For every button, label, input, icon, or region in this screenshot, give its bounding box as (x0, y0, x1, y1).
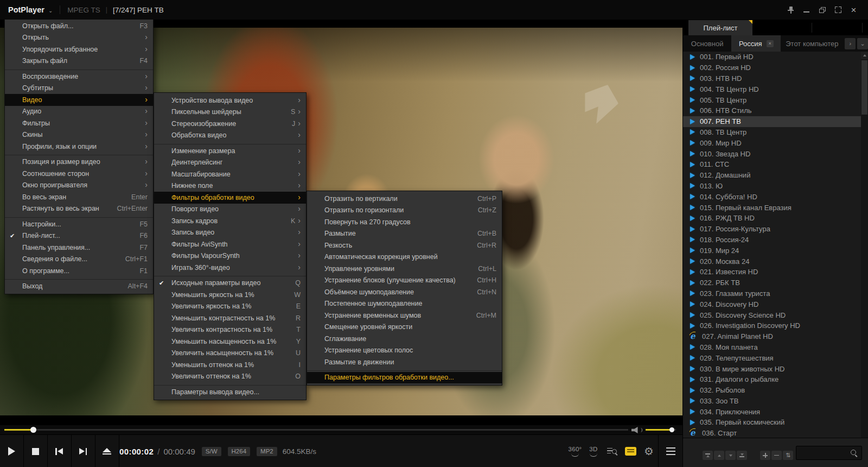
view-3d-button[interactable]: 3D (584, 435, 603, 467)
playlist-item[interactable]: e 029. Телепутешествия (683, 352, 861, 363)
playlist-item[interactable]: e 017. Россия-Культура (683, 224, 861, 235)
playlist-item[interactable]: e 011. СТС (683, 159, 861, 170)
volume-slider[interactable] (646, 429, 676, 431)
tab-playlist[interactable]: Плей-лист (688, 20, 752, 35)
menu-item[interactable]: Сведения о файле... Ctrl+F1 (5, 254, 153, 266)
menu-item[interactable]: Постепенное шумоподавление (307, 298, 502, 310)
playlist-item[interactable]: e 022. РБК ТВ (683, 277, 861, 288)
menu-item[interactable]: Параметры вывода видео... (154, 386, 306, 398)
seek-thumb[interactable] (30, 427, 36, 433)
menu-item[interactable]: Резкость Ctrl+R (307, 239, 502, 251)
move-down-button[interactable] (725, 451, 736, 460)
menu-item[interactable]: Масштабирование › (154, 168, 306, 180)
playlist-item[interactable]: e 031. Диалоги о рыбалке (683, 374, 861, 385)
seek-bar[interactable] (4, 429, 628, 431)
view-360-button[interactable]: 360° (566, 435, 584, 467)
playlist-item[interactable]: e 016. РЖД ТВ HD (683, 213, 861, 224)
next-button[interactable] (72, 435, 94, 467)
playlist-item[interactable]: e 008. ТВ Центр (683, 127, 861, 138)
playlist-item[interactable]: e 028. Моя планета (683, 342, 861, 353)
menu-item[interactable]: Фильтры › (5, 117, 153, 129)
menu-item[interactable]: Скины › (5, 129, 153, 141)
playlist-item[interactable]: e 036. Старт (683, 428, 861, 438)
app-menu-button[interactable]: PotPlayer ⌄ (8, 5, 53, 14)
menu-item[interactable]: Уменьшить насыщенность на 1% Y (154, 336, 306, 348)
playlist-item[interactable]: e 021. Известия HD (683, 267, 861, 277)
menu-item[interactable]: Воспроизведение › (5, 71, 153, 83)
stop-button[interactable] (24, 435, 47, 467)
menu-item[interactable]: Уменьшить контрастность на 1% R (154, 312, 306, 324)
menu-item[interactable]: Обработка видео › (154, 130, 306, 142)
tab-russia[interactable]: Россия × (731, 35, 781, 52)
menu-item[interactable]: Увеличить контрастность на 1% T (154, 324, 306, 336)
tab-close-icon[interactable]: × (767, 40, 774, 47)
playlist-item[interactable]: e 020. Москва 24 (683, 256, 861, 267)
menu-item[interactable] (154, 141, 306, 145)
pin-button[interactable] (783, 3, 799, 17)
playlist-item[interactable]: e 002. Россия HD (683, 62, 861, 73)
menu-item[interactable]: Во весь экран Enter (5, 191, 153, 203)
menu-item[interactable]: Размытие в движении (307, 356, 502, 368)
menu-item[interactable]: Сглаживание (307, 333, 502, 345)
menu-item[interactable]: Смещение уровней яркости (307, 321, 502, 333)
menu-item[interactable]: Управление уровнями Ctrl+L (307, 263, 502, 275)
menu-item[interactable]: Отразить по вертикали Ctrl+P (307, 193, 502, 205)
menu-item[interactable]: Устранение блоков (улучшение качества) C… (307, 275, 502, 287)
menu-item[interactable]: Пиксельные шейдеры S › (154, 106, 306, 118)
menu-item[interactable]: Уменьшить яркость на 1% W (154, 289, 306, 301)
playlist-item[interactable]: e 035. Первый космический (683, 417, 861, 428)
fullscreen-button[interactable] (830, 3, 846, 17)
menu-item[interactable]: Упорядочить избранное › (5, 43, 153, 55)
add-item-button[interactable] (760, 451, 770, 460)
volume-thumb[interactable] (669, 427, 674, 432)
playlist-item[interactable]: e 003. НТВ HD (683, 73, 861, 84)
playlist-item[interactable]: e 025. Discovery Science HD (683, 310, 861, 320)
playlist-item[interactable]: e 026. Investigation Discovery HD (683, 320, 861, 331)
menu-item[interactable]: Изменение размера › (154, 145, 306, 157)
playlist-item[interactable]: e 030. В мире животных HD (683, 363, 861, 374)
tab-this-computer[interactable]: Этот компьютер (781, 35, 843, 52)
menu-item[interactable] (5, 67, 153, 71)
search-list-button[interactable] (603, 435, 621, 467)
subtitles-button[interactable] (621, 435, 640, 467)
playlist-item[interactable]: e 032. Рыболов (683, 385, 861, 396)
menu-item[interactable]: Позиция и размер видео › (5, 156, 153, 168)
menu-item[interactable]: Поворот видео › (154, 204, 306, 216)
tab-list-dropdown-button[interactable]: ⌄ (857, 38, 868, 49)
menu-item[interactable]: Профили, язык и опции › (5, 141, 153, 153)
menu-item[interactable]: Растянуть во весь экран Ctrl+Enter (5, 203, 153, 215)
playlist-item[interactable]: e 027. Animal Planet HD (683, 331, 861, 342)
menu-item[interactable] (5, 214, 153, 218)
tab-main-playlist[interactable]: Основной (683, 35, 731, 52)
previous-button[interactable] (48, 435, 71, 467)
menu-item[interactable] (5, 277, 153, 281)
playlist-item[interactable]: e 019. Мир 24 (683, 245, 861, 256)
playlist-scrollbar[interactable] (861, 52, 868, 458)
menu-item[interactable]: Объёмное шумоподавление Ctrl+N (307, 286, 502, 298)
playlist-item[interactable]: e 018. Россия-24 (683, 235, 861, 245)
scroll-up-button[interactable] (861, 52, 868, 59)
menu-item[interactable]: Запись кадров K › (154, 215, 306, 227)
playlist-search-input[interactable] (799, 447, 850, 459)
play-button[interactable] (0, 435, 23, 467)
menu-item[interactable]: Запись видео › (154, 227, 306, 239)
menu-item[interactable]: Размытие Ctrl+B (307, 228, 502, 240)
menu-item[interactable]: Деинтерлейсинг › (154, 157, 306, 169)
menu-item[interactable]: Фильтры VapourSynth › (154, 250, 306, 262)
playlist-item[interactable]: e 007. РЕН ТВ (683, 116, 861, 127)
menu-item[interactable]: Уменьшить оттенок на 1% I (154, 359, 306, 371)
menu-item[interactable]: Нижнее поле › (154, 180, 306, 192)
sort-button[interactable]: ⇅ (783, 451, 793, 460)
menu-item[interactable]: Видео › (5, 94, 153, 106)
menu-item[interactable] (154, 274, 306, 277)
minimize-button[interactable] (799, 3, 814, 17)
menu-item[interactable]: Аудио › (5, 106, 153, 118)
menu-item[interactable]: Окно проигрывателя › (5, 180, 153, 192)
playlist-item[interactable]: e 004. ТВ Центр HD (683, 84, 861, 94)
menu-button[interactable] (659, 435, 682, 467)
settings-button[interactable]: ⚙ (640, 435, 658, 467)
playlist-item[interactable]: e 024. Discovery HD (683, 299, 861, 310)
menu-item[interactable]: Субтитры › (5, 83, 153, 94)
playlist-item[interactable]: e 023. Глазами туриста (683, 288, 861, 299)
menu-item[interactable]: Выход Alt+F4 (5, 281, 153, 293)
